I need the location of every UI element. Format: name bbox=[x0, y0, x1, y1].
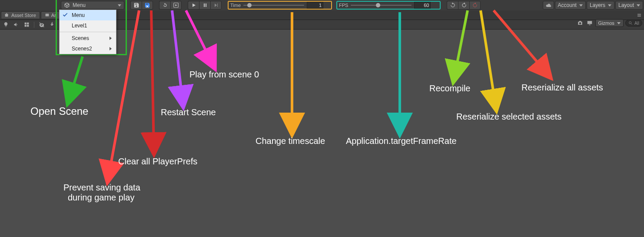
menu-item-label: Scenes bbox=[72, 35, 89, 41]
svg-point-1 bbox=[629, 22, 631, 24]
playback-group bbox=[188, 1, 222, 10]
menu-dropdown-panel: Menu Level1 Scenes Scenes2 bbox=[59, 10, 116, 54]
time-thumb[interactable] bbox=[247, 3, 252, 7]
save-x-icon bbox=[144, 2, 150, 8]
annot-open-scene: Open Scene bbox=[30, 105, 88, 117]
menu-item-scenes[interactable]: Scenes bbox=[60, 33, 116, 43]
menu-item-label: Scenes2 bbox=[72, 46, 92, 52]
annot-recompile: Recompile bbox=[429, 83, 470, 93]
svg-line-2 bbox=[70, 57, 83, 98]
restart-group bbox=[159, 1, 182, 10]
prevent-save-button[interactable] bbox=[130, 1, 142, 10]
layout-dropdown[interactable]: Layout bbox=[615, 1, 643, 10]
search-field[interactable]: All bbox=[625, 20, 642, 27]
account-dropdown[interactable]: Account bbox=[555, 1, 586, 10]
annot-reserialize-sel: Reserialize selected assets bbox=[456, 112, 561, 122]
gizmos-dropdown[interactable]: Gizmos bbox=[595, 19, 624, 27]
time-track[interactable] bbox=[243, 5, 304, 6]
top-toolbar: Menu bbox=[0, 0, 644, 10]
menu-item-menu[interactable]: Menu bbox=[60, 10, 116, 20]
menu-separator bbox=[60, 32, 116, 32]
play-icon bbox=[191, 3, 196, 8]
chevron-down-icon bbox=[617, 22, 621, 24]
fps-label: FPS bbox=[339, 3, 348, 8]
fps-value-input[interactable] bbox=[414, 2, 431, 9]
reserialize-selected-button[interactable] bbox=[458, 1, 469, 10]
search-placeholder: All bbox=[634, 21, 639, 26]
submenu-arrow-icon bbox=[110, 37, 112, 40]
fps-thumb[interactable] bbox=[376, 3, 380, 7]
chevron-down-icon bbox=[579, 4, 583, 7]
annot-reserialize-all: Reserialize all assets bbox=[521, 83, 603, 93]
cloud-icon bbox=[545, 3, 552, 8]
time-value-input[interactable] bbox=[307, 2, 323, 9]
layout-label: Layout bbox=[618, 2, 634, 8]
chevron-down-icon bbox=[637, 4, 640, 7]
hand-icon[interactable] bbox=[48, 21, 56, 29]
time-label: Time bbox=[230, 3, 241, 8]
play-zero-icon bbox=[173, 2, 179, 8]
annot-fps: Application.targetFrameRate bbox=[346, 136, 457, 146]
menu-item-level1[interactable]: Level1 bbox=[60, 20, 116, 31]
clear-playerprefs-button[interactable] bbox=[142, 1, 153, 10]
fps-track[interactable] bbox=[351, 5, 412, 6]
reload-icon bbox=[461, 2, 467, 8]
refresh-icon bbox=[162, 2, 168, 8]
step-button[interactable] bbox=[210, 1, 222, 10]
search-icon bbox=[628, 21, 633, 25]
cloud-button[interactable] bbox=[543, 1, 554, 10]
fps-slider[interactable]: FPS bbox=[336, 1, 441, 10]
menu-item-scenes2[interactable]: Scenes2 bbox=[60, 43, 116, 54]
play-scene0-button[interactable] bbox=[170, 1, 182, 10]
recompile-button[interactable] bbox=[447, 1, 458, 10]
restart-scene-button[interactable] bbox=[159, 1, 170, 10]
lightbulb-icon[interactable] bbox=[2, 21, 10, 29]
annot-prevent-saving-2: during game play bbox=[68, 193, 134, 203]
tab-animator[interactable]: An bbox=[41, 11, 61, 19]
tab-asset-store-label: Asset Store bbox=[11, 13, 36, 18]
account-label: Account bbox=[558, 2, 577, 8]
pause-icon bbox=[202, 3, 208, 8]
pause-button[interactable] bbox=[199, 1, 210, 10]
step-icon bbox=[213, 3, 219, 8]
unity-cube-icon bbox=[64, 2, 70, 8]
menu-dropdown[interactable]: Menu bbox=[61, 1, 124, 10]
audio-icon[interactable] bbox=[12, 21, 20, 29]
menu-item-label: Level1 bbox=[72, 23, 87, 29]
monitor-icon[interactable] bbox=[586, 19, 594, 27]
layers-label: Layers bbox=[590, 2, 605, 8]
annot-timescale: Change timescale bbox=[256, 136, 325, 146]
chevron-down-icon bbox=[118, 4, 121, 7]
save-group bbox=[130, 1, 153, 10]
reload-x-icon bbox=[472, 2, 478, 8]
eye-off-icon[interactable] bbox=[38, 21, 46, 29]
annot-play-scene0: Play from scene 0 bbox=[189, 70, 259, 80]
bag-icon bbox=[5, 13, 10, 17]
menu-dropdown-label: Menu bbox=[73, 2, 86, 8]
svg-line-4 bbox=[151, 10, 154, 148]
gizmos-label: Gizmos bbox=[598, 20, 614, 26]
camera-icon[interactable] bbox=[576, 19, 584, 27]
play-button[interactable] bbox=[188, 1, 199, 10]
tab-animator-label: An bbox=[51, 13, 57, 18]
panel-menu-icon[interactable] bbox=[635, 11, 643, 19]
fx-icon[interactable] bbox=[23, 21, 30, 29]
tab-asset-store[interactable]: Asset Store bbox=[1, 11, 40, 19]
spin-icon bbox=[450, 2, 456, 8]
annot-prevent-saving-1: Prevent saving data bbox=[63, 183, 140, 193]
annot-restart-scene: Restart Scene bbox=[161, 107, 216, 117]
timescale-slider[interactable]: Time bbox=[228, 1, 332, 10]
reserialize-all-button[interactable] bbox=[469, 1, 481, 10]
right-nav: Gizmos All bbox=[576, 19, 642, 27]
menu-item-label: Menu bbox=[72, 12, 85, 18]
submenu-arrow-icon bbox=[110, 47, 112, 50]
check-icon bbox=[62, 12, 68, 18]
save-icon bbox=[133, 2, 139, 8]
reserialize-group bbox=[447, 1, 481, 10]
animator-icon bbox=[45, 13, 50, 17]
layers-dropdown[interactable]: Layers bbox=[587, 1, 614, 10]
chevron-down-icon bbox=[608, 4, 611, 7]
annot-clear-prefs: Clear all PlayerPrefs bbox=[118, 157, 197, 167]
